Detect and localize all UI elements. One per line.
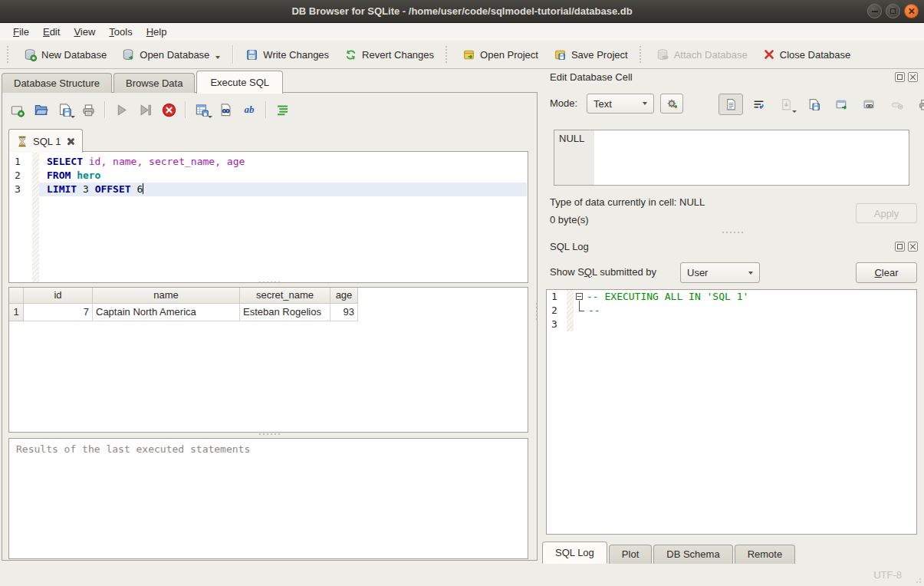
sql-toolbar-separator <box>185 101 186 118</box>
auto-apply-button[interactable] <box>660 94 683 114</box>
save-results-dropdown-icon[interactable] <box>208 116 212 118</box>
cell-id[interactable]: 7 <box>24 304 93 321</box>
main-area: Database Structure Browse Data Execute S… <box>0 69 924 564</box>
write-changes-icon <box>245 48 258 61</box>
clear-log-button[interactable]: Clear <box>856 262 917 283</box>
menu-view[interactable]: View <box>67 25 102 39</box>
close-button[interactable] <box>904 4 919 18</box>
save-sql-dropdown-icon[interactable] <box>71 116 75 118</box>
sql-log-panel-buttons <box>895 242 918 252</box>
sql-editor-tab-label: SQL 1 <box>33 136 61 147</box>
sql-editor-tab[interactable]: SQL 1 <box>8 129 83 153</box>
close-panel-button[interactable] <box>908 72 918 82</box>
new-sql-tab-button[interactable] <box>9 102 25 117</box>
float-panel-button[interactable] <box>895 72 905 82</box>
close-sql-tab-icon[interactable] <box>66 137 74 146</box>
revert-changes-button[interactable]: Revert Changes <box>337 44 442 65</box>
mode-label: Mode: <box>550 97 577 109</box>
menu-file[interactable]: File <box>6 25 36 39</box>
save-cell-button[interactable] <box>801 94 826 115</box>
row-header[interactable]: 1 <box>9 304 24 321</box>
tab-browse-data[interactable]: Browse Data <box>113 73 195 93</box>
log-line: 1 -- EXECUTING ALL IN 'SQL 1' <box>547 290 916 304</box>
sql-code-editor[interactable]: 1 2 3 SELECT id, name, secret_name, age … <box>8 151 528 283</box>
cell-value-editor[interactable]: NULL <box>554 130 909 186</box>
tab-sql-log[interactable]: SQL Log <box>542 542 607 564</box>
toolbar-drag-handle[interactable] <box>446 46 451 63</box>
open-database-button[interactable]: Open Database <box>114 44 228 65</box>
text-mode-button[interactable] <box>718 94 743 115</box>
tab-plot[interactable]: Plot <box>609 545 652 564</box>
open-project-button[interactable]: Open Project <box>455 44 546 65</box>
mode-select[interactable]: Text <box>587 94 654 114</box>
attach-database-button: Attach Database <box>649 44 755 65</box>
mode-value: Text <box>594 98 636 110</box>
import-file-icon <box>780 98 793 111</box>
tab-remote[interactable]: Remote <box>735 545 796 564</box>
open-database-dropdown-icon[interactable] <box>215 56 220 59</box>
column-header-age[interactable]: age <box>330 288 358 304</box>
window-title: DB Browser for SQLite - /home/user/code/… <box>0 0 924 22</box>
menu-tools[interactable]: Tools <box>102 25 139 39</box>
link-data-button[interactable] <box>857 94 881 115</box>
editor-grid-splitter[interactable] <box>2 281 537 283</box>
open-sql-file-button[interactable] <box>33 102 48 117</box>
table-row: 1 7 Captain North America Esteban Rogeli… <box>9 304 528 321</box>
database-open-icon <box>122 48 135 61</box>
stop-icon <box>162 103 176 117</box>
maximize-button[interactable] <box>886 4 900 18</box>
dock-splitter[interactable] <box>536 303 538 320</box>
save-sql-file-button[interactable] <box>57 102 72 117</box>
title-bar: DB Browser for SQLite - /home/user/code/… <box>0 0 924 23</box>
right-dock: Edit Database Cell Mode: Text <box>541 69 924 564</box>
menu-edit[interactable]: Edit <box>36 25 67 39</box>
log-filter-select[interactable]: User <box>680 262 760 283</box>
save-as-icon <box>807 98 820 111</box>
save-results-button[interactable] <box>194 102 209 117</box>
link-icon <box>863 98 876 111</box>
window-controls <box>867 4 919 18</box>
float-icon <box>897 74 903 80</box>
column-header-name[interactable]: name <box>93 288 240 304</box>
corner-header <box>9 288 24 304</box>
replace-button[interactable]: ab <box>242 102 257 117</box>
text-cursor <box>143 183 143 194</box>
sql-log-view[interactable]: 1 -- EXECUTING ALL IN 'SQL 1' 2 -- 3 <box>546 289 917 535</box>
cell-age[interactable]: 93 <box>330 304 358 321</box>
tab-database-structure[interactable]: Database Structure <box>2 73 112 93</box>
sql-toolbar: ab <box>9 99 290 120</box>
stop-execution-button[interactable] <box>161 102 176 117</box>
close-panel-button[interactable] <box>908 242 918 252</box>
minimize-button[interactable] <box>867 4 882 18</box>
word-wrap-button[interactable] <box>746 94 771 115</box>
cell-secret-name[interactable]: Esteban Rogelios <box>240 304 330 321</box>
grid-message-splitter[interactable] <box>2 433 537 435</box>
close-database-button[interactable]: Close Database <box>755 44 859 64</box>
menu-help[interactable]: Help <box>140 25 174 39</box>
fold-collapse-icon[interactable] <box>576 293 583 300</box>
chevron-down-icon <box>643 102 647 105</box>
column-header-id[interactable]: id <box>24 288 93 304</box>
toolbar-drag-handle[interactable] <box>640 46 645 63</box>
new-database-button[interactable]: New Database <box>16 44 114 65</box>
save-project-button[interactable]: Save Project <box>546 44 636 65</box>
toolbar-drag-handle[interactable] <box>7 46 12 63</box>
tab-execute-sql[interactable]: Execute SQL <box>196 71 283 94</box>
set-null-icon <box>890 98 903 111</box>
resize-grip[interactable] <box>913 575 921 583</box>
sql-code[interactable]: SELECT id, name, secret_name, age FROM h… <box>39 155 527 196</box>
write-changes-button[interactable]: Write Changes <box>238 44 337 65</box>
sql-toolbar-separator <box>104 101 105 118</box>
export-cell-button[interactable] <box>829 94 853 115</box>
find-button[interactable] <box>218 102 233 117</box>
print-sql-button[interactable] <box>81 102 96 117</box>
tab-db-schema[interactable]: DB Schema <box>653 545 732 564</box>
cell-name[interactable]: Captain North America <box>93 304 240 321</box>
export-window-icon <box>835 98 848 111</box>
dock-panels-splitter[interactable] <box>541 232 924 233</box>
column-header-secret-name[interactable]: secret_name <box>240 288 330 304</box>
float-panel-button[interactable] <box>895 242 905 252</box>
print-cell-button[interactable] <box>912 94 924 115</box>
save-project-icon <box>554 48 567 61</box>
format-sql-button[interactable] <box>275 102 290 117</box>
